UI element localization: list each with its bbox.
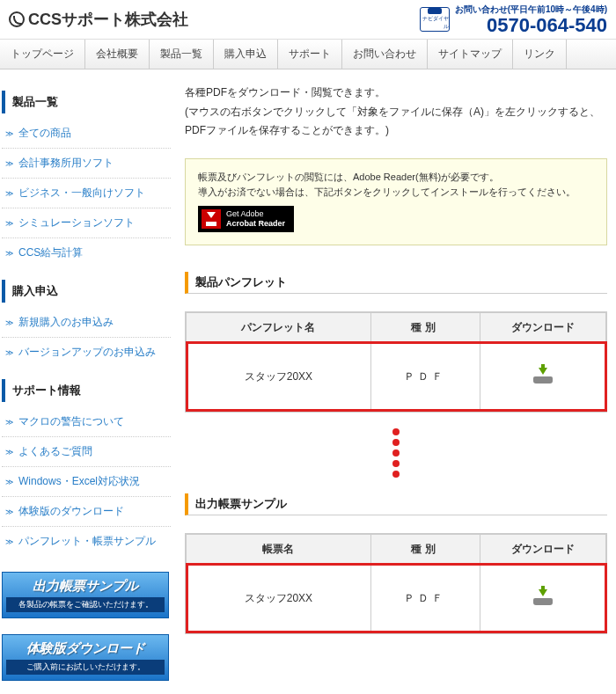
table-header-row: パンフレット名 種別 ダウンロード bbox=[187, 312, 606, 342]
section-pamphlet-head: 製品パンフレット bbox=[185, 272, 607, 294]
side-head-purchase: 購入申込 bbox=[2, 280, 171, 303]
nav-links[interactable]: リンク bbox=[513, 40, 567, 69]
th-name: 帳票名 bbox=[187, 534, 371, 564]
contact-block: ナビダイヤル お問い合わせ(平日午前10時～午後4時) 0570-064-540 bbox=[420, 4, 607, 35]
adobe-reader-note: 帳票及びパンフレットの閲覧には、Adobe Reader(無料)が必要です。 導… bbox=[185, 158, 607, 245]
chevron-right-icon: ≫ bbox=[5, 348, 13, 357]
logo[interactable]: CCSサポート株式会社 bbox=[9, 9, 188, 30]
cell-download bbox=[480, 564, 605, 632]
sidebar-item-upgrade[interactable]: ≫バージョンアップのお申込み bbox=[2, 338, 171, 367]
th-type: 種別 bbox=[370, 534, 480, 564]
global-nav: トップページ 会社概要 製品一覧 購入申込 サポート お問い合わせ サイトマップ… bbox=[0, 40, 616, 69]
th-name: パンフレット名 bbox=[187, 312, 371, 342]
chevron-right-icon: ≫ bbox=[5, 129, 13, 138]
chevron-right-icon: ≫ bbox=[5, 159, 13, 168]
sidebar-item-label: よくあるご質問 bbox=[18, 444, 92, 459]
chevron-right-icon: ≫ bbox=[5, 537, 13, 546]
header: CCSサポート株式会社 ナビダイヤル お問い合わせ(平日午前10時～午後4時) … bbox=[0, 0, 616, 40]
get-adobe-reader-button[interactable]: Get AdobeAcrobat Reader bbox=[198, 206, 294, 232]
nav-sitemap[interactable]: サイトマップ bbox=[428, 40, 513, 69]
cell-name: スタッフ20XX bbox=[187, 564, 371, 632]
sidebar-item-faq[interactable]: ≫よくあるご質問 bbox=[2, 437, 171, 466]
sidebar-item-simulation[interactable]: ≫シミュレーションソフト bbox=[2, 208, 171, 237]
side-head-support: サポート情報 bbox=[2, 379, 171, 402]
sidebar-item-label: Windows・Excel対応状況 bbox=[18, 474, 140, 489]
intro-text: 各種PDFをダウンロード・閲覧できます。 (マウスの右ボタンでクリックして「対象… bbox=[185, 84, 607, 141]
chevron-right-icon: ≫ bbox=[5, 219, 13, 228]
nav-top[interactable]: トップページ bbox=[0, 40, 85, 69]
sidebar-item-all[interactable]: ≫全ての商品 bbox=[2, 119, 171, 148]
sidebar-item-trial[interactable]: ≫体験版のダウンロード bbox=[2, 497, 171, 526]
banner-sub: 各製品の帳票をご確認いただけます。 bbox=[6, 597, 165, 612]
navidial-label: ナビダイヤル bbox=[421, 15, 449, 31]
sidebar-item-macro[interactable]: ≫マクロの警告について bbox=[2, 407, 171, 436]
th-download: ダウンロード bbox=[480, 312, 605, 342]
sidebar-item-payroll[interactable]: ≫CCS給与計算 bbox=[2, 238, 171, 267]
sidebar-item-label: ビジネス・一般向けソフト bbox=[18, 186, 145, 201]
pamphlet-table: パンフレット名 種別 ダウンロード スタッフ20XX ＰＤＦ bbox=[185, 311, 607, 413]
contact-tel: 0570-064-540 bbox=[455, 16, 607, 35]
chevron-right-icon: ≫ bbox=[5, 448, 13, 457]
sidebar-item-new-purchase[interactable]: ≫新規購入のお申込み bbox=[2, 308, 171, 337]
nav-products[interactable]: 製品一覧 bbox=[150, 40, 214, 69]
sidebar-item-label: 体験版のダウンロード bbox=[18, 504, 124, 519]
table-row: スタッフ20XX ＰＤＦ bbox=[187, 342, 606, 411]
reader-note-line1: 帳票及びパンフレットの閲覧には、Adobe Reader(無料)が必要です。 bbox=[198, 170, 594, 186]
th-download: ダウンロード bbox=[480, 534, 605, 564]
banner-sub: ご購入前にお試しいただけます。 bbox=[6, 660, 165, 675]
logo-icon bbox=[9, 11, 25, 27]
table-row: スタッフ20XX ＰＤＦ bbox=[187, 564, 606, 632]
chevron-right-icon: ≫ bbox=[5, 249, 13, 258]
intro-line1: 各種PDFをダウンロード・閲覧できます。 bbox=[185, 84, 607, 103]
chevron-right-icon: ≫ bbox=[5, 478, 13, 486]
download-link[interactable] bbox=[533, 374, 553, 386]
banner-sample[interactable]: 出力帳票サンプル 各製品の帳票をご確認いただけます。 bbox=[2, 572, 169, 618]
reader-note-line2: 導入がお済でない場合は、下記ボタンをクリックしてインストールを行ってください。 bbox=[198, 185, 594, 201]
cell-type: ＰＤＦ bbox=[370, 342, 480, 411]
sidebar-item-label: シミュレーションソフト bbox=[18, 216, 135, 230]
sidebar-item-compat[interactable]: ≫Windows・Excel対応状況 bbox=[2, 467, 171, 496]
sidebar-item-label: バージョンアップのお申込み bbox=[18, 345, 156, 360]
table-header-row: 帳票名 種別 ダウンロード bbox=[187, 534, 606, 564]
sidebar-item-label: CCS給与計算 bbox=[18, 245, 83, 260]
cell-type: ＰＤＦ bbox=[370, 564, 480, 632]
chevron-right-icon: ≫ bbox=[5, 189, 13, 198]
download-icon bbox=[533, 368, 553, 384]
chevron-right-icon: ≫ bbox=[5, 318, 13, 327]
sidebar-item-label: パンフレット・帳票サンプル bbox=[18, 534, 156, 549]
nav-support[interactable]: サポート bbox=[278, 40, 342, 69]
banner-title: 出力帳票サンプル bbox=[6, 578, 165, 595]
nav-company[interactable]: 会社概要 bbox=[85, 40, 150, 69]
nav-contact[interactable]: お問い合わせ bbox=[342, 40, 428, 69]
vertical-ellipsis-icon bbox=[185, 428, 607, 478]
sidebar-item-label: マクロの警告について bbox=[18, 414, 124, 429]
sidebar-item-label: 全ての商品 bbox=[18, 126, 71, 141]
download-link[interactable] bbox=[533, 595, 553, 608]
section-output-head: 出力帳票サンプル bbox=[185, 493, 607, 515]
sidebar: 製品一覧 ≫全ての商品 ≫会計事務所用ソフト ≫ビジネス・一般向けソフト ≫シミ… bbox=[0, 69, 176, 694]
th-type: 種別 bbox=[370, 312, 480, 342]
nav-purchase[interactable]: 購入申込 bbox=[214, 40, 278, 69]
sidebar-item-label: 会計事務所用ソフト bbox=[18, 156, 114, 171]
cell-download bbox=[480, 342, 605, 411]
download-icon bbox=[533, 589, 553, 605]
banner-trial[interactable]: 体験版ダウンロード ご購入前にお試しいただけます。 bbox=[2, 634, 169, 681]
sidebar-item-label: 新規購入のお申込み bbox=[18, 315, 114, 330]
output-table: 帳票名 種別 ダウンロード スタッフ20XX ＰＤＦ bbox=[185, 533, 607, 634]
cell-name: スタッフ20XX bbox=[187, 342, 371, 411]
company-name: CCSサポート株式会社 bbox=[28, 9, 188, 30]
adobe-pdf-icon bbox=[202, 209, 221, 229]
chevron-right-icon: ≫ bbox=[5, 418, 13, 427]
banner-title: 体験版ダウンロード bbox=[6, 640, 165, 657]
side-head-products: 製品一覧 bbox=[2, 91, 171, 113]
chevron-right-icon: ≫ bbox=[5, 508, 13, 516]
sidebar-item-accounting[interactable]: ≫会計事務所用ソフト bbox=[2, 149, 171, 178]
intro-line2: (マウスの右ボタンでクリックして「対象をファイルに保存（A)」を左クリックすると… bbox=[185, 103, 607, 141]
sidebar-item-business[interactable]: ≫ビジネス・一般向けソフト bbox=[2, 179, 171, 208]
sidebar-item-pamphlet[interactable]: ≫パンフレット・帳票サンプル bbox=[2, 527, 171, 556]
main-content: 各種PDFをダウンロード・閲覧できます。 (マウスの右ボタンでクリックして「対象… bbox=[176, 69, 616, 694]
navidial-icon: ナビダイヤル bbox=[420, 7, 450, 32]
reader-btn-text: Get AdobeAcrobat Reader bbox=[226, 209, 285, 229]
